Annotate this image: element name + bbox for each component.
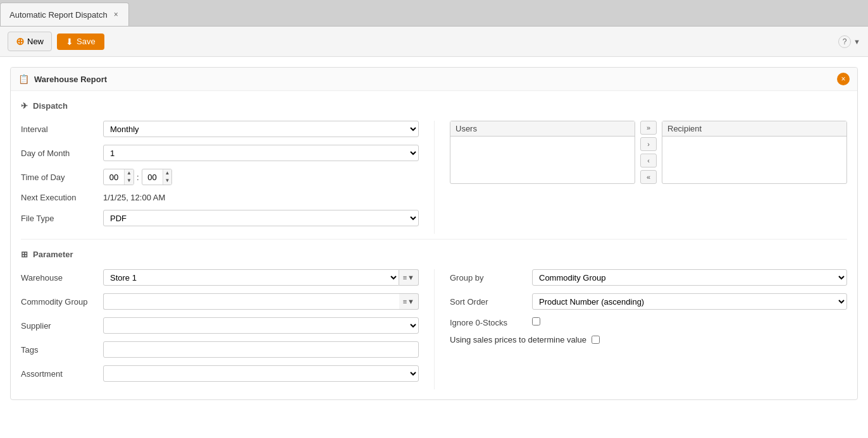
time-of-day-control: ▲ ▼ : ▲ ▼ (103, 169, 419, 185)
warehouse-select[interactable]: Store 1 (103, 269, 399, 286)
commodity-group-input[interactable] (103, 293, 399, 310)
tags-row: Tags (21, 341, 419, 358)
users-list: Users (450, 121, 635, 184)
help-dropdown-icon[interactable]: ▼ (853, 38, 860, 46)
warehouse-label: Warehouse (21, 273, 103, 283)
commodity-group-row: Commodity Group ≡ ▼ (21, 293, 419, 310)
recipient-list: Recipient (662, 121, 847, 184)
dispatch-form-right: Users » › ‹ « Recipient (434, 121, 847, 234)
next-execution-value: 1/1/25, 12:00 AM (103, 193, 165, 202)
section-close-button[interactable]: × (837, 73, 850, 85)
hamburger-icon: ≡ (403, 274, 407, 281)
warehouse-dropdown-arrow: ▼ (407, 274, 414, 281)
sort-order-row: Sort Order Product Number (ascending) Pr… (450, 293, 847, 310)
transfer-all-right-button[interactable]: » (640, 121, 657, 135)
tags-input[interactable] (103, 341, 419, 358)
parameter-icon: ⊞ (21, 250, 28, 259)
using-sales-prices-checkbox[interactable] (592, 336, 600, 344)
ignore-0-stocks-row: Ignore 0-Stocks (450, 317, 847, 327)
hour-input[interactable] (104, 171, 124, 183)
transfer-all-left-button[interactable]: « (640, 170, 657, 184)
plus-icon: ⊕ (16, 35, 24, 47)
tags-label: Tags (21, 345, 103, 355)
hour-up-button[interactable]: ▲ (125, 169, 133, 177)
interval-control: Monthly Weekly Daily (103, 121, 419, 137)
file-type-row: File Type PDF Excel CSV (21, 210, 419, 226)
day-of-month-control: 1 2345 6789 10152028 (103, 145, 419, 161)
interval-select[interactable]: Monthly Weekly Daily (103, 121, 419, 137)
assortment-select[interactable] (103, 365, 419, 382)
save-button[interactable]: ⬇ Save (57, 33, 104, 50)
assortment-row: Assortment (21, 365, 419, 382)
tab-label: Automatic Report Dispatch (9, 10, 108, 20)
transfer-left-button[interactable]: ‹ (640, 154, 657, 167)
transfer-buttons: » › ‹ « (635, 121, 662, 184)
tags-control (103, 341, 419, 358)
tab-close-button[interactable]: × (113, 9, 120, 20)
save-icon: ⬇ (66, 37, 73, 47)
section-divider (21, 239, 847, 240)
supplier-row: Supplier (21, 317, 419, 334)
group-by-row: Group by Commodity Group Supplier None (450, 269, 847, 286)
next-execution-row: Next Execution 1/1/25, 12:00 AM (21, 193, 419, 202)
close-x-icon: × (841, 75, 845, 83)
new-button[interactable]: ⊕ New (8, 32, 52, 51)
toolbar: ⊕ New ⬇ Save ? ▼ (0, 27, 868, 57)
param-form-left: Warehouse Store 1 ≡ ▼ (21, 269, 434, 389)
commodity-dropdown-arrow: ▼ (407, 298, 414, 305)
hour-spinners: ▲ ▼ (124, 169, 133, 185)
group-by-control: Commodity Group Supplier None (532, 269, 847, 286)
ignore-0-stocks-checkbox[interactable] (532, 317, 540, 325)
using-sales-prices-label: Using sales prices to determine value (450, 335, 586, 344)
sort-order-label: Sort Order (450, 297, 532, 307)
day-of-month-select[interactable]: 1 2345 6789 10152028 (103, 145, 419, 161)
transfer-right-button[interactable]: › (640, 137, 657, 151)
sort-order-select[interactable]: Product Number (ascending) Product Numbe… (532, 293, 847, 310)
main-tab[interactable]: Automatic Report Dispatch × (0, 3, 129, 26)
recipient-header: Recipient (662, 121, 846, 137)
dispatch-title: Dispatch (33, 101, 68, 111)
time-of-day-row: Time of Day ▲ ▼ : (21, 169, 419, 185)
main-content: 📋 Warehouse Report × ✈ Dispatch Interval (0, 57, 868, 438)
next-execution-value-wrap: 1/1/25, 12:00 AM (103, 193, 419, 202)
tab-bar: Automatic Report Dispatch × (0, 0, 868, 27)
minute-down-button[interactable]: ▼ (163, 177, 172, 185)
help-button[interactable]: ? (838, 35, 851, 48)
group-by-select[interactable]: Commodity Group Supplier None (532, 269, 847, 286)
minute-up-button[interactable]: ▲ (163, 169, 172, 177)
minute-input[interactable] (142, 171, 163, 183)
section-title: 📋 Warehouse Report (18, 74, 107, 84)
commodity-group-menu-button[interactable]: ≡ ▼ (399, 293, 419, 310)
supplier-label: Supplier (21, 321, 103, 331)
param-form-right: Group by Commodity Group Supplier None S… (434, 269, 847, 389)
time-of-day-label: Time of Day (21, 173, 103, 182)
supplier-control (103, 317, 419, 334)
interval-row: Interval Monthly Weekly Daily (21, 121, 419, 137)
day-of-month-label: Day of Month (21, 149, 103, 158)
commodity-hamburger-icon: ≡ (403, 298, 407, 305)
section-header: 📋 Warehouse Report × (11, 68, 857, 91)
warehouse-control: Store 1 ≡ ▼ (103, 269, 419, 286)
users-section: Users » › ‹ « Recipient (450, 121, 847, 184)
toolbar-right: ? ▼ (838, 35, 860, 48)
commodity-group-label: Commodity Group (21, 297, 103, 307)
using-sales-prices-row: Using sales prices to determine value (450, 335, 847, 344)
dispatch-form-left: Interval Monthly Weekly Daily Day of Mon… (21, 121, 434, 234)
section-title-text: Warehouse Report (34, 75, 107, 84)
warehouse-menu-button[interactable]: ≡ ▼ (399, 269, 419, 286)
ignore-0-stocks-label: Ignore 0-Stocks (450, 318, 532, 327)
dispatch-icon: ✈ (21, 101, 28, 111)
file-type-select[interactable]: PDF Excel CSV (103, 210, 419, 226)
dispatch-subsection-header: ✈ Dispatch (21, 101, 847, 111)
interval-label: Interval (21, 125, 103, 134)
parameter-title: Parameter (33, 250, 73, 259)
hour-down-button[interactable]: ▼ (125, 177, 133, 185)
new-label: New (27, 37, 44, 46)
commodity-group-control: ≡ ▼ (103, 293, 419, 310)
users-header: Users (450, 121, 635, 137)
file-type-label: File Type (21, 214, 103, 223)
assortment-control (103, 365, 419, 382)
next-execution-label: Next Execution (21, 193, 103, 202)
report-icon: 📋 (18, 74, 29, 84)
supplier-select[interactable] (103, 317, 419, 334)
